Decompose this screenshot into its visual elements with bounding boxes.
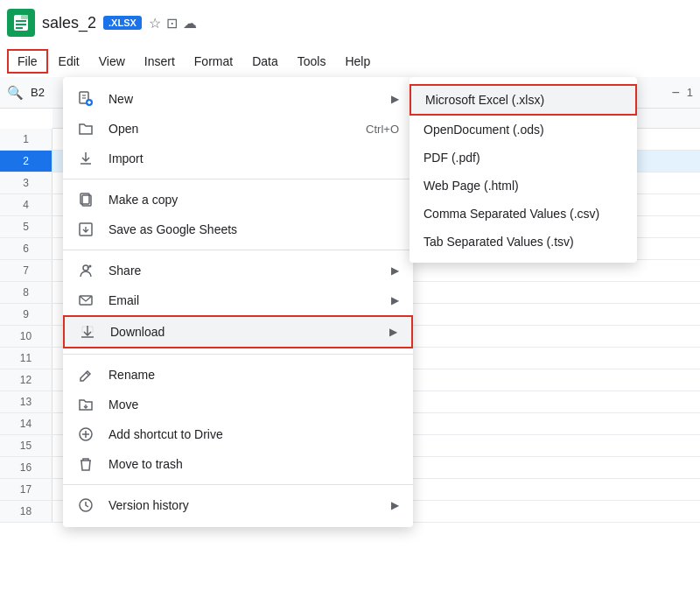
trash-icon <box>77 456 94 472</box>
html-label: Web Page (.html) <box>424 179 519 193</box>
search-icon: 🔍 <box>7 85 24 101</box>
menu-view[interactable]: View <box>90 51 134 72</box>
menu-format[interactable]: Format <box>186 51 242 72</box>
share-label: Share <box>108 264 377 278</box>
menu-insert[interactable]: Insert <box>136 51 184 72</box>
ods-label: OpenDocument (.ods) <box>424 123 544 137</box>
menu-item-make-a-copy[interactable]: Make a copy <box>63 185 413 215</box>
open-shortcut: Ctrl+O <box>366 123 399 136</box>
make-copy-label: Make a copy <box>108 193 399 207</box>
xlsx-label: Microsoft Excel (.xlsx) <box>425 93 544 107</box>
email-icon <box>77 292 94 308</box>
menu-divider-2 <box>63 250 413 250</box>
share-arrow: ▶ <box>391 264 399 277</box>
trash-label: Move to trash <box>108 457 399 471</box>
submenu-item-html[interactable]: Web Page (.html) <box>410 172 637 200</box>
csv-label: Comma Separated Values (.csv) <box>424 207 599 221</box>
copy-icon <box>77 192 94 208</box>
menu-edit[interactable]: Edit <box>50 51 88 72</box>
download-icon <box>79 324 96 340</box>
menu-item-move[interactable]: Move <box>63 390 413 419</box>
email-arrow: ▶ <box>391 294 399 306</box>
zoom-minus[interactable]: − <box>671 85 679 101</box>
menu-item-email[interactable]: Email ▶ <box>63 285 413 315</box>
new-label: New <box>108 92 377 106</box>
file-name: sales_2 <box>42 14 96 32</box>
download-label: Download <box>110 325 375 339</box>
move-label: Move <box>108 398 399 412</box>
zoom-value: 1 <box>687 86 693 99</box>
menu-item-move-to-trash[interactable]: Move to trash <box>63 449 413 479</box>
menu-divider-1 <box>63 179 413 179</box>
download-submenu: Microsoft Excel (.xlsx) OpenDocument (.o… <box>410 77 637 263</box>
version-history-label: Version history <box>108 498 377 512</box>
share-icon <box>77 263 94 278</box>
menu-bar: File Edit View Insert Format Data Tools … <box>0 46 700 77</box>
menu-file[interactable]: File <box>7 49 48 74</box>
add-shortcut-icon <box>77 426 94 442</box>
new-arrow: ▶ <box>391 93 399 105</box>
star-icon[interactable]: ☆ <box>149 15 161 32</box>
menu-data[interactable]: Data <box>243 51 287 72</box>
rename-icon <box>77 367 94 383</box>
top-icon-group: ☆ ⊡ ☁ <box>149 15 197 32</box>
import-icon <box>77 151 94 166</box>
cloud-icon[interactable]: ☁ <box>183 15 197 32</box>
version-history-icon <box>77 497 94 513</box>
submenu-item-tsv[interactable]: Tab Separated Values (.tsv) <box>410 228 637 256</box>
menu-item-import[interactable]: Import <box>63 144 413 173</box>
menu-help[interactable]: Help <box>336 51 379 72</box>
move-icon <box>77 397 94 412</box>
menu-item-open[interactable]: Open Ctrl+O <box>63 114 413 144</box>
submenu-item-csv[interactable]: Comma Separated Values (.csv) <box>410 200 637 228</box>
svg-rect-2 <box>16 24 26 25</box>
pdf-label: PDF (.pdf) <box>424 151 480 165</box>
email-label: Email <box>108 293 377 307</box>
submenu-item-ods[interactable]: OpenDocument (.ods) <box>410 116 637 144</box>
menu-divider-4 <box>63 484 413 485</box>
rename-label: Rename <box>108 368 399 382</box>
new-icon <box>77 91 94 107</box>
menu-divider-3 <box>63 354 413 355</box>
tsv-label: Tab Separated Values (.tsv) <box>424 235 574 249</box>
menu-item-download[interactable]: Download ▶ <box>63 315 413 348</box>
menu-item-rename[interactable]: Rename <box>63 360 413 390</box>
menu-item-share[interactable]: Share ▶ <box>63 256 413 285</box>
menu-item-version-history[interactable]: Version history ▶ <box>63 490 413 520</box>
top-bar: sales_2 .XLSX ☆ ⊡ ☁ <box>0 0 700 46</box>
menu-item-add-shortcut-to-drive[interactable]: Add shortcut to Drive <box>63 419 413 449</box>
svg-rect-3 <box>16 27 23 29</box>
file-type-badge: .XLSX <box>103 16 142 30</box>
menu-item-save-as-google-sheets[interactable]: Save as Google Sheets <box>63 215 413 244</box>
save-as-label: Save as Google Sheets <box>108 222 399 236</box>
submenu-item-pdf[interactable]: PDF (.pdf) <box>410 144 637 172</box>
cell-reference: B2 <box>31 86 57 99</box>
file-menu-dropdown: New ▶ Open Ctrl+O Import Make a copy Sav… <box>63 77 413 527</box>
import-label: Import <box>108 151 399 165</box>
open-icon <box>77 121 94 137</box>
save-icon <box>77 222 94 237</box>
download-arrow: ▶ <box>389 326 397 338</box>
sheets-app-icon <box>7 9 35 37</box>
menu-item-new[interactable]: New ▶ <box>63 84 413 114</box>
open-label: Open <box>108 122 352 136</box>
svg-rect-1 <box>16 20 26 22</box>
add-shortcut-label: Add shortcut to Drive <box>108 427 399 441</box>
version-history-arrow: ▶ <box>391 499 399 511</box>
svg-rect-4 <box>21 15 28 19</box>
folder-icon[interactable]: ⊡ <box>166 15 178 32</box>
submenu-item-xlsx[interactable]: Microsoft Excel (.xlsx) <box>410 84 637 116</box>
menu-tools[interactable]: Tools <box>289 51 335 72</box>
